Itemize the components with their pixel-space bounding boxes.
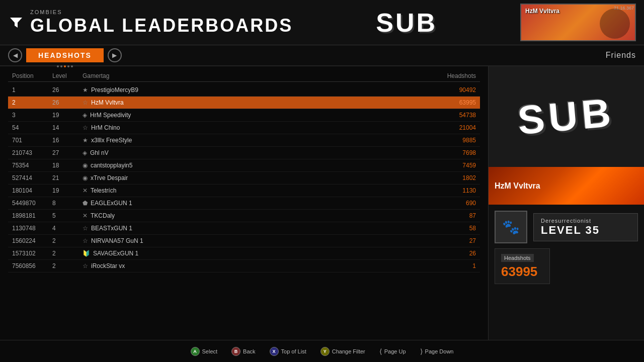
title-section: Zombies GLOBAL LEADERBOARDS xyxy=(8,9,293,36)
control-top-of-list: X Top of List xyxy=(270,347,306,356)
leaderboard-section: Position Level Gamertag Headshots 1 26 ★… xyxy=(0,66,488,340)
gamertag-cell: ✕ Telestrích xyxy=(83,187,416,194)
table-row[interactable]: 1 26 ★ PrestigioMercyB9 90492 xyxy=(8,84,480,97)
thumb-player-name: HzM Vvltvra xyxy=(525,8,559,15)
level-cell: 8 xyxy=(52,200,83,207)
stat-box-headshots: Headshots 63995 xyxy=(495,248,550,284)
btn-b: B xyxy=(231,347,240,356)
position-cell: 1573102 xyxy=(12,250,52,257)
prestige-icon: ★ xyxy=(83,137,88,144)
gamertag-name: cantstopplayin5 xyxy=(91,162,132,169)
player-level-info: Deresurrectionist LEVEL 35 xyxy=(533,213,638,241)
level-display: LEVEL 35 xyxy=(541,224,630,237)
table-row[interactable]: 5449870 8 ⬟ EAGLExGUN 1 690 xyxy=(8,197,480,210)
level-cell: 27 xyxy=(52,149,83,156)
stat-label: Headshots xyxy=(501,254,534,262)
gamertag-name: TKCDaly xyxy=(91,212,115,219)
banner-player-name: HzM Vvltvra xyxy=(495,182,540,191)
nav-left-arrow[interactable]: ◀ xyxy=(8,48,22,62)
position-cell: 1 xyxy=(12,86,52,94)
control-page-up: ⟨ Page Up xyxy=(379,347,406,355)
prestige-icon: ◉ xyxy=(83,162,88,169)
player-stats: 🐾 Deresurrectionist LEVEL 35 Headshots 6… xyxy=(489,205,644,290)
prestige-icon: ☆ xyxy=(83,225,88,232)
prestige-icon: ✕ xyxy=(83,212,88,219)
position-cell: 1898181 xyxy=(12,212,52,219)
btn-a: A xyxy=(191,347,200,356)
sub-button[interactable]: SUB xyxy=(376,8,437,38)
level-cell: 5 xyxy=(52,212,83,219)
category-label: Zombies xyxy=(30,9,293,15)
position-cell: 5449870 xyxy=(12,200,52,207)
tab-dot-4 xyxy=(67,65,69,67)
table-row[interactable]: 54 14 ☆ HrM Chino 21004 xyxy=(8,122,480,134)
score-cell: 21004 xyxy=(416,124,476,131)
tab-dots xyxy=(57,65,73,67)
gamertag-name: HrM Speedivity xyxy=(90,112,131,119)
btn-x: X xyxy=(270,347,279,356)
gamertag-name: HrM Chino xyxy=(91,124,120,131)
control-select-label: Select xyxy=(202,348,218,354)
table-row[interactable]: 180104 19 ✕ Telestrích 1130 xyxy=(8,185,480,197)
player-avatar: 🐾 xyxy=(495,211,527,243)
player-identity: 🐾 Deresurrectionist LEVEL 35 xyxy=(495,211,638,243)
gamertag-cell: ☆ NIRVANA57 GuN 1 xyxy=(83,237,416,244)
table-row[interactable]: 1898181 5 ✕ TKCDaly 87 xyxy=(8,210,480,222)
table-row[interactable]: 210743 27 ◈ Ghl nV 7698 xyxy=(8,147,480,159)
prestige-icon: 🔰 xyxy=(83,250,90,257)
gamertag-cell: ◈ Ghl nV xyxy=(83,149,416,156)
position-cell: 210743 xyxy=(12,149,52,156)
prestige-title: Deresurrectionist xyxy=(541,218,630,224)
thumb-decoration xyxy=(600,9,630,39)
control-filter-label: Change Filter xyxy=(332,348,365,354)
active-tab-headshots[interactable]: HEADSHOTS xyxy=(26,48,104,62)
table-row[interactable]: 527414 21 ◉ xTrve Despair 1802 xyxy=(8,172,480,185)
level-cell: 4 xyxy=(52,225,83,232)
table-row[interactable]: 1130748 4 ☆ BEASTxGUN 1 58 xyxy=(8,222,480,235)
table-row[interactable]: 75354 18 ◉ cantstopplayin5 7459 xyxy=(8,159,480,172)
score-cell: 27 xyxy=(416,237,476,244)
gamertag-cell: ⬟ EAGLExGUN 1 xyxy=(83,200,416,207)
gamertag-cell: ◈ HrM Speedivity xyxy=(83,112,416,119)
gamertag-cell: ☆ HzM Vvltvra xyxy=(83,99,416,106)
gamertag-cell: ★ x3lllx FreeStyle xyxy=(83,137,416,144)
prestige-icon: ☆ xyxy=(83,237,88,244)
col-level: Level xyxy=(52,72,83,79)
col-gamertag: Gamertag xyxy=(83,72,416,79)
stat-value: 63995 xyxy=(501,264,543,280)
friends-tab[interactable]: Friends xyxy=(606,51,636,60)
gamertag-name: HzM Vvltvra xyxy=(91,99,124,106)
table-row[interactable]: 7560856 2 ☆ iRockStar vx 1 xyxy=(8,260,480,273)
gamertag-cell: ◉ xTrve Despair xyxy=(83,174,416,182)
table-row[interactable]: 3 19 ◈ HrM Speedivity 54738 xyxy=(8,109,480,122)
position-cell: 7560856 xyxy=(12,262,52,269)
position-cell: 180104 xyxy=(12,187,52,194)
table-row[interactable]: 1573102 2 🔰 SAVAGExGUN 1 26 xyxy=(8,247,480,260)
top-bar: Zombies GLOBAL LEADERBOARDS SUB 21.16.36… xyxy=(0,0,644,45)
player-card-thumbnail: 21.16.367 HzM Vvltvra xyxy=(520,4,636,41)
level-cell: 19 xyxy=(52,112,83,119)
position-cell: 1130748 xyxy=(12,225,52,232)
gamertag-cell: ☆ BEASTxGUN 1 xyxy=(83,225,416,232)
control-page-down: ⟩ Page Down xyxy=(420,347,454,355)
score-cell: 7459 xyxy=(416,162,476,169)
table-row[interactable]: 1560224 2 ☆ NIRVANA57 GuN 1 27 xyxy=(8,235,480,247)
prestige-icon: ★ xyxy=(83,86,88,94)
tab-dot-3 xyxy=(64,65,66,67)
gamertag-name: NIRVANA57 GuN 1 xyxy=(91,237,143,244)
tab-dot-1 xyxy=(57,65,59,67)
sub-display: SUB xyxy=(489,66,644,167)
control-back: B Back xyxy=(231,347,255,356)
player-banner: HzM Vvltvra xyxy=(489,167,644,205)
page-down-icon: ⟩ xyxy=(420,347,423,355)
level-cell: 2 xyxy=(52,250,83,257)
col-position: Position xyxy=(12,72,52,79)
svg-marker-0 xyxy=(10,18,22,28)
level-cell: 2 xyxy=(52,262,83,269)
level-cell: 2 xyxy=(52,237,83,244)
table-row[interactable]: 701 16 ★ x3lllx FreeStyle 9885 xyxy=(8,134,480,147)
table-row[interactable]: 2 26 ☆ HzM Vvltvra 63995 xyxy=(8,97,480,109)
prestige-icon: ☆ xyxy=(83,262,88,269)
score-cell: 87 xyxy=(416,212,476,219)
nav-right-arrow[interactable]: ▶ xyxy=(108,48,122,62)
